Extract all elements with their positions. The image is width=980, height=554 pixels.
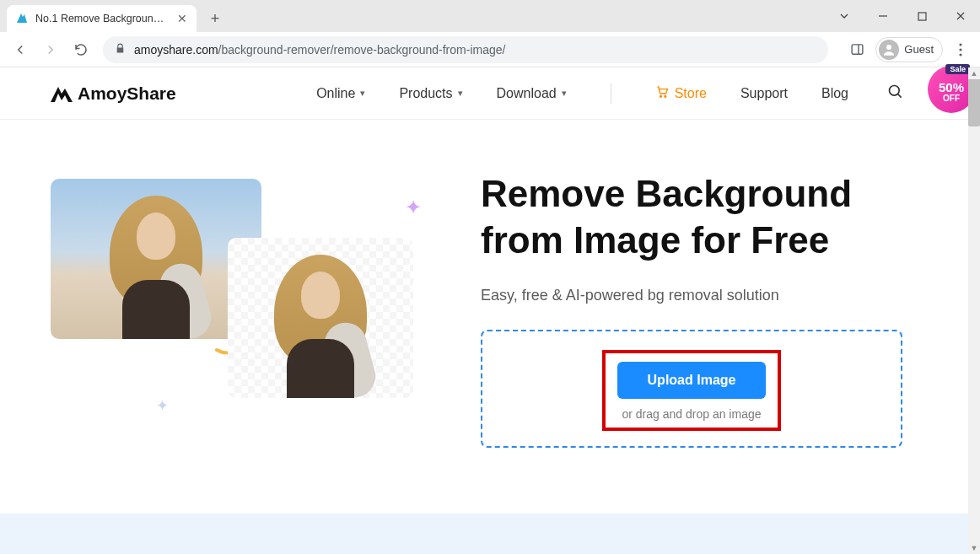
cart-icon <box>655 85 670 102</box>
window-controls <box>825 0 980 32</box>
close-icon[interactable]: ✕ <box>176 13 188 24</box>
chevron-down-icon: ▾ <box>562 88 567 99</box>
nav-menu: Online▾ Products▾ Download▾ Store Suppor… <box>316 83 904 104</box>
tab-bar: No.1 Remove Background from ✕ + <box>0 0 980 32</box>
svg-point-8 <box>660 95 661 97</box>
logo-text: AmoyShare <box>78 83 176 104</box>
search-icon[interactable] <box>887 83 904 104</box>
nav-blog[interactable]: Blog <box>821 86 848 101</box>
nav-products[interactable]: Products▾ <box>399 86 462 101</box>
scroll-up-icon[interactable]: ▲ <box>968 67 980 79</box>
profile-button[interactable]: Guest <box>875 37 943 62</box>
kebab-menu-icon[interactable] <box>948 37 973 62</box>
nav-download[interactable]: Download▾ <box>497 86 567 101</box>
browser-tab[interactable]: No.1 Remove Background from ✕ <box>7 5 197 32</box>
url-text: amoyshare.com/background-remover/remove-… <box>134 43 816 56</box>
nav-support[interactable]: Support <box>740 86 788 101</box>
lock-icon <box>115 43 126 56</box>
highlight-annotation: Upload Image or drag and drop an image <box>602 350 782 431</box>
logo[interactable]: AmoyShare <box>51 83 176 104</box>
footer-strip <box>0 514 968 554</box>
chevron-down-icon: ▾ <box>458 88 463 99</box>
site-header: AmoyShare Online▾ Products▾ Download▾ St… <box>0 67 980 120</box>
scroll-down-icon[interactable]: ▼ <box>968 542 980 554</box>
forward-button[interactable] <box>37 36 64 63</box>
tab-favicon-icon <box>15 12 29 25</box>
chevron-down-icon: ▾ <box>360 88 365 99</box>
svg-line-11 <box>898 94 902 97</box>
scrollbar[interactable]: ▲ ▼ <box>968 67 980 554</box>
panel-icon[interactable] <box>843 36 870 63</box>
sparkle-icon: ✦ <box>156 396 169 415</box>
tab-title: No.1 Remove Background from <box>35 13 170 24</box>
upload-button[interactable]: Upload Image <box>617 362 767 399</box>
svg-point-4 <box>886 45 891 50</box>
svg-point-9 <box>665 95 666 97</box>
nav-divider <box>611 83 611 104</box>
svg-point-7 <box>959 53 961 56</box>
minimize-icon[interactable] <box>864 3 902 29</box>
logo-icon <box>51 86 73 101</box>
sale-off: OFF <box>943 94 960 103</box>
close-window-icon[interactable] <box>941 3 980 29</box>
upload-dropzone[interactable]: Upload Image or drag and drop an image <box>481 330 902 448</box>
maximize-icon[interactable] <box>902 3 941 29</box>
cutout-image <box>228 238 413 398</box>
browser-toolbar: amoyshare.com/background-remover/remove-… <box>0 32 980 67</box>
svg-point-10 <box>890 85 900 95</box>
chevron-down-icon[interactable] <box>825 3 864 29</box>
svg-point-6 <box>959 48 961 51</box>
hero-visual: ✦ ✦ <box>51 170 439 423</box>
svg-rect-2 <box>852 45 863 54</box>
new-tab-button[interactable]: + <box>207 10 223 28</box>
hero-section: ✦ ✦ Remove Background from Image for Fre… <box>0 120 980 490</box>
page-title: Remove Background from Image for Free <box>481 170 902 263</box>
svg-rect-1 <box>918 13 926 20</box>
nav-online[interactable]: Online▾ <box>316 86 365 101</box>
reload-button[interactable] <box>67 36 94 63</box>
address-bar[interactable]: amoyshare.com/background-remover/remove-… <box>103 36 828 63</box>
svg-point-5 <box>959 43 961 46</box>
hero-content: Remove Background from Image for Free Ea… <box>481 170 902 448</box>
nav-store[interactable]: Store <box>655 85 707 102</box>
drop-hint: or drag and drop an image <box>617 407 767 421</box>
sparkle-icon: ✦ <box>405 196 422 219</box>
browser-chrome: No.1 Remove Background from ✕ + amoyshar… <box>0 0 980 67</box>
back-button[interactable] <box>7 36 34 63</box>
avatar-icon <box>879 40 899 60</box>
sale-percent: 50% <box>939 81 964 94</box>
page-subtitle: Easy, free & AI-powered bg removal solut… <box>481 287 902 304</box>
profile-label: Guest <box>904 43 934 56</box>
sale-tag: Sale <box>945 64 970 74</box>
